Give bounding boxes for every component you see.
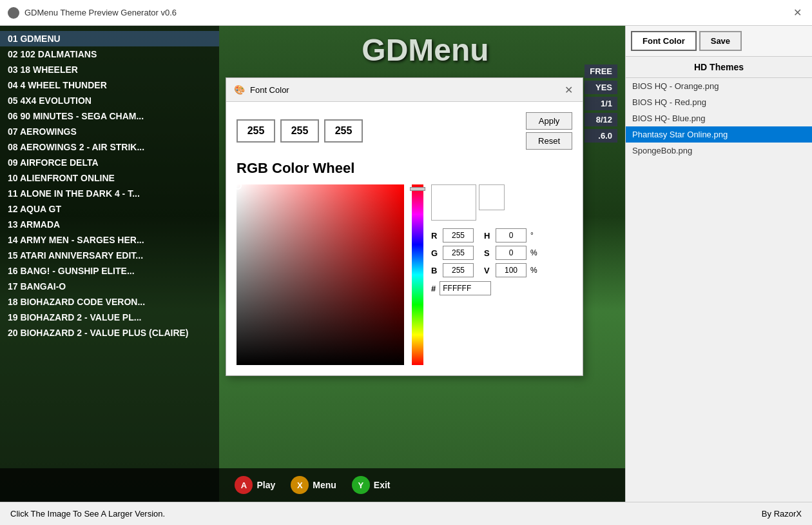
reset-button[interactable]: Reset (526, 132, 572, 150)
game-list-item[interactable]: 08 AEROWINGS 2 - AIR STRIK... (0, 139, 219, 155)
s-field-row: S % (484, 246, 538, 260)
game-list-item[interactable]: 17 BANGAI-O (0, 279, 219, 294)
game-list-item[interactable]: 06 90 MINUTES - SEGA CHAM... (0, 108, 219, 124)
v-unit: % (530, 266, 538, 275)
game-list-item[interactable]: 07 AEROWINGS (0, 124, 219, 139)
preview-right-info: FREE YES 1/1 8/12 .6.0 (585, 64, 617, 143)
game-list-item[interactable]: 13 ARMADA (0, 217, 219, 232)
game-list: 01 GDMENU02 102 DALMATIANS03 18 WHEELER0… (0, 26, 219, 502)
dialog-title-text: Font Color (250, 85, 289, 95)
b-input[interactable] (324, 119, 363, 143)
hue-handle[interactable] (410, 187, 425, 191)
r-field-row: R (431, 228, 474, 243)
save-button[interactable]: Save (699, 31, 742, 51)
s-field-input[interactable] (496, 246, 527, 260)
game-list-item[interactable]: 20 BIOHAZARD 2 - VALUE PLUS (CLAIRE) (0, 325, 219, 341)
b-label: B (431, 266, 439, 275)
theme-item[interactable]: BIOS HQ- Blue.png (626, 110, 812, 126)
r-label: R (431, 231, 439, 241)
controller-label: Play (256, 480, 275, 490)
app-title: GDMenu Theme Preview Generator v0.6 (24, 8, 177, 17)
gdmenu-header: GDMenu (226, 32, 625, 68)
theme-item[interactable]: BIOS HQ - Red.png (626, 94, 812, 110)
status-bar: Click The Image To See A Larger Version.… (0, 502, 812, 525)
game-list-item[interactable]: 09 AIRFORCE DELTA (0, 155, 219, 170)
hex-input[interactable] (440, 281, 491, 295)
g-input[interactable] (280, 119, 319, 143)
title-bar: GDMenu Theme Preview Generator v0.6 ✕ (0, 0, 812, 26)
color-preview-new (431, 184, 476, 221)
dialog-titlebar: 🎨 Font Color ✕ (226, 78, 583, 102)
g-field-input[interactable] (443, 246, 474, 260)
color-fields: R G B (431, 228, 538, 295)
controller-circle-a: A (235, 476, 253, 494)
hex-row: # (431, 281, 538, 295)
font-color-button[interactable]: Font Color (631, 31, 697, 51)
apply-button[interactable]: Apply (526, 112, 572, 130)
status-author: By RazorX (762, 509, 802, 519)
controller-bar: APlayXMenuYExit (0, 468, 625, 502)
theme-item[interactable]: BIOS HQ - Orange.png (626, 78, 812, 94)
dialog-body: Apply Reset RGB Color Wheel (226, 102, 583, 375)
controller-label: Menu (313, 480, 336, 490)
controller-button: APlay (235, 476, 275, 494)
rgb-inputs-row: Apply Reset (237, 112, 572, 150)
right-side-fields: R G B (431, 184, 538, 295)
controller-circle-y: Y (352, 476, 370, 494)
g-label: G (431, 248, 439, 258)
game-list-item[interactable]: 15 ATARI ANNIVERSARY EDIT... (0, 248, 219, 263)
game-list-item[interactable]: 01 GDMENU (0, 31, 219, 46)
game-list-item[interactable]: 19 BIOHAZARD 2 - VALUE PL... (0, 310, 219, 325)
info-free: FREE (585, 64, 617, 78)
color-dialog: 🎨 Font Color ✕ Apply Reset RGB Color Whe… (226, 77, 583, 376)
color-wheel-title: RGB Color Wheel (237, 160, 572, 177)
g-field-row: G (431, 246, 474, 260)
game-list-item[interactable]: 14 ARMY MEN - SARGES HER... (0, 232, 219, 248)
h-field-row: H ° (484, 228, 538, 243)
color-preview-area (431, 184, 538, 221)
sv-handle[interactable] (234, 182, 242, 190)
dialog-title: 🎨 Font Color (234, 84, 289, 95)
game-list-item[interactable]: 04 4 WHEEL THUNDER (0, 77, 219, 93)
color-picker-container: R G B (237, 184, 572, 365)
game-list-item[interactable]: 16 BANG! - GUNSHIP ELITE... (0, 263, 219, 279)
theme-item[interactable]: SpongeBob.png (626, 143, 812, 159)
info-page: 1/1 (585, 97, 617, 110)
h-field-input[interactable] (496, 228, 527, 243)
sv-square-overlay (237, 184, 404, 365)
h-unit: ° (530, 231, 538, 240)
v-field-row: V % (484, 263, 538, 277)
right-panel: Font Color Save HD Themes BIOS HQ - Oran… (625, 26, 812, 502)
controller-button: YExit (352, 476, 391, 494)
v-field-input[interactable] (496, 263, 527, 277)
game-list-item[interactable]: 05 4X4 EVOLUTION (0, 93, 219, 108)
r-input[interactable] (237, 119, 275, 143)
dialog-icon: 🎨 (234, 84, 245, 95)
close-button[interactable]: ✕ (793, 6, 802, 19)
sv-square[interactable] (237, 184, 404, 365)
b-field-input[interactable] (443, 263, 474, 277)
h-label: H (484, 231, 492, 241)
s-unit: % (530, 248, 538, 257)
game-list-item[interactable]: 02 102 DALMATIANS (0, 46, 219, 62)
color-preview-old (479, 184, 505, 210)
b-field-row: B (431, 263, 474, 277)
game-list-item[interactable]: 03 18 WHEELER (0, 62, 219, 77)
game-list-item[interactable]: 11 ALONE IN THE DARK 4 - T... (0, 186, 219, 201)
s-label: S (484, 248, 492, 258)
info-yes: YES (585, 81, 617, 94)
info-version: .6.0 (585, 129, 617, 143)
app-icon (8, 7, 19, 19)
game-list-item[interactable]: 18 BIOHAZARD CODE VERON... (0, 294, 219, 310)
status-message: Click The Image To See A Larger Version. (10, 509, 165, 519)
r-field-input[interactable] (443, 228, 474, 243)
controller-circle-x: X (291, 476, 309, 494)
controller-button: XMenu (291, 476, 336, 494)
info-page2: 8/12 (585, 113, 617, 126)
game-list-item[interactable]: 12 AQUA GT (0, 201, 219, 217)
game-list-item[interactable]: 10 ALIENFRONT ONLINE (0, 170, 219, 186)
hd-themes-label: HD Themes (626, 57, 812, 78)
dialog-close-button[interactable]: ✕ (562, 83, 575, 96)
theme-item[interactable]: Phantasy Star Online.png (626, 126, 812, 143)
hue-bar[interactable] (412, 184, 423, 365)
